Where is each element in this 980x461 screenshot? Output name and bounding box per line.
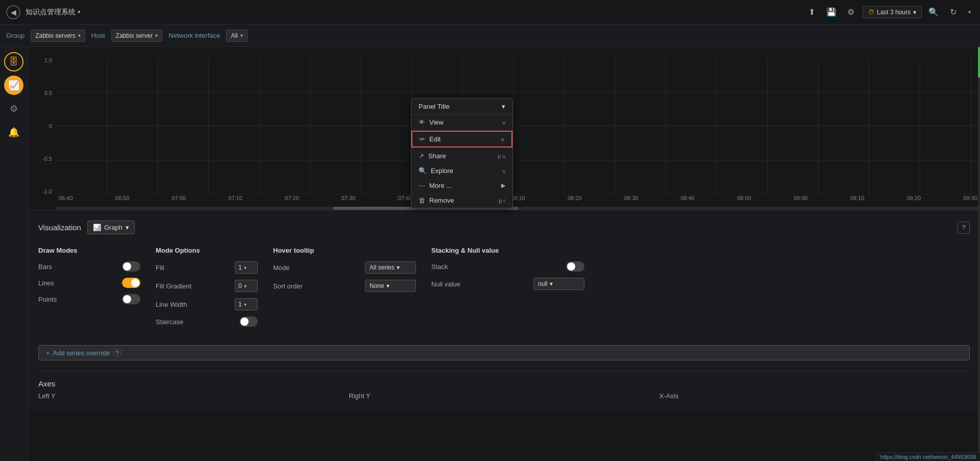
sidebar-database-icon[interactable]: 🗄	[4, 52, 23, 71]
back-button[interactable]: ◀	[6, 5, 20, 19]
context-menu: Panel Title ▾ 👁 View v ✏ Edit	[411, 98, 513, 208]
fill-row: Fill 1 ▾	[156, 261, 258, 274]
stack-toggle[interactable]	[566, 261, 584, 272]
points-toggle[interactable]	[122, 294, 140, 304]
explore-label: Explore	[431, 167, 453, 175]
y-axis: 1.0 0.5 0 -0.5 -1.0	[28, 57, 56, 195]
sidebar-settings-icon[interactable]: ⚙	[4, 99, 23, 118]
y-label-4: -0.5	[42, 156, 52, 162]
edit-icon: ✏	[420, 135, 425, 143]
fill-gradient-value: 0	[238, 282, 242, 289]
time-range-label: Last 3 hours	[877, 9, 911, 16]
time-range-button[interactable]: ⏱ Last 3 hours ▾	[863, 6, 922, 18]
fill-select[interactable]: 1 ▾	[235, 261, 258, 274]
sidebar-chart-icon[interactable]: 📈	[4, 76, 23, 95]
points-label: Points	[38, 296, 57, 303]
more-icon: ⋯	[419, 182, 425, 189]
mode-options-section: Mode Options Fill 1 ▾ Fill Gradient 0 ▾	[156, 247, 258, 333]
edit-label: Edit	[429, 135, 440, 143]
null-value-row: Null value null ▾	[431, 278, 584, 290]
group-arrow: ▾	[78, 33, 81, 38]
x-axis: 06:40 06:50 07:00 07:10 07:20 07:30 07:4…	[56, 190, 980, 206]
sort-order-label: Sort order	[273, 282, 303, 290]
stacking-title: Stacking & Null value	[431, 247, 584, 254]
left-sidebar: 🗄 📈 ⚙ 🔔	[0, 47, 28, 461]
hover-tooltip-title: Hover tooltip	[273, 247, 416, 254]
interface-label: Network interface	[168, 32, 220, 39]
add-series-button[interactable]: + Add series override ?	[38, 345, 970, 360]
x-label-0820: 08:10	[511, 195, 525, 201]
fill-gradient-arrow: ▾	[244, 283, 247, 289]
interface-value: All	[231, 32, 237, 39]
fill-arrow: ▾	[244, 265, 247, 271]
null-value-select[interactable]: null ▾	[533, 278, 584, 290]
bars-toggle[interactable]	[122, 261, 140, 272]
graph-label: Graph	[104, 224, 122, 231]
menu-item-share[interactable]: ↗ Share p s	[411, 149, 512, 163]
x-label-0740: 07:40	[398, 195, 412, 201]
x-label-0650: 06:50	[115, 195, 130, 201]
refresh-nav-button[interactable]: ↻	[945, 5, 961, 20]
viz-help-button[interactable]: ?	[958, 222, 970, 234]
line-width-select[interactable]: 1 ▾	[235, 298, 258, 310]
app-title-arrow[interactable]: ▾	[78, 9, 81, 15]
menu-item-explore[interactable]: 🔍 Explore x	[411, 163, 512, 178]
host-select[interactable]: Zabbix server ▾	[111, 30, 163, 42]
edit-panel: Visualization 📊 Graph ▾ ? Draw Modes Bar…	[28, 210, 980, 410]
fill-value: 1	[238, 264, 242, 271]
save-nav-button[interactable]: 💾	[824, 5, 839, 20]
lines-label: Lines	[38, 279, 54, 287]
viz-header: Visualization 📊 Graph ▾ ?	[38, 221, 970, 234]
remove-label: Remove	[429, 197, 454, 204]
fill-gradient-label: Fill Gradient	[156, 282, 191, 290]
search-nav-button[interactable]: 🔍	[926, 5, 941, 20]
menu-item-view[interactable]: 👁 View v	[411, 115, 512, 130]
staircase-toggle[interactable]	[239, 317, 258, 327]
edit-shortcut: e	[501, 136, 504, 142]
interface-select[interactable]: All ▾	[226, 30, 247, 42]
y-label-5: -1.0	[42, 188, 52, 195]
menu-item-edit[interactable]: ✏ Edit e	[411, 131, 512, 148]
menu-item-more[interactable]: ⋯ More ... ▶	[411, 178, 512, 193]
sort-order-value: None	[370, 282, 384, 289]
settings-nav-button[interactable]: ⚙	[843, 5, 859, 20]
sort-order-arrow: ▾	[386, 282, 389, 289]
points-row: Points	[38, 294, 140, 304]
url-bar: https://blog.csdn.net/weixin_44953658	[876, 452, 980, 461]
remove-shortcut: p r	[499, 198, 505, 204]
fill-gradient-select[interactable]: 0 ▾	[235, 280, 258, 292]
draw-modes-section: Draw Modes Bars Lines Points	[38, 247, 140, 333]
back-icon: ◀	[11, 8, 16, 16]
x-label-0730: 07:30	[341, 195, 356, 201]
share-nav-button[interactable]: ⬆	[804, 5, 820, 20]
host-label: Host	[91, 32, 105, 39]
x-label-0910: 09:00	[794, 195, 808, 201]
view-icon: 👁	[419, 118, 425, 126]
menu-item-remove[interactable]: 🗑 Remove p r	[411, 193, 512, 208]
time-range-arrow: ▾	[913, 9, 916, 16]
sort-order-select[interactable]: None ▾	[365, 280, 416, 292]
panel-title-arrow: ▾	[502, 103, 505, 110]
lines-toggle[interactable]	[122, 278, 140, 288]
tooltip-mode-select[interactable]: All series ▾	[365, 261, 416, 274]
group-select[interactable]: Zabbix servers ▾	[31, 30, 85, 42]
share-label: Share	[428, 152, 446, 160]
sidebar-bell-icon[interactable]: 🔔	[4, 123, 23, 142]
app-title: 知识点管理系统	[26, 8, 76, 17]
mode-options-title: Mode Options	[156, 247, 258, 254]
x-label-0900: 08:50	[737, 195, 751, 201]
add-series-help-icon[interactable]: ?	[113, 349, 121, 357]
chart-scrollbar-track[interactable]	[56, 207, 980, 210]
more-label: More ...	[429, 182, 452, 189]
viz-graph-select[interactable]: 📊 Graph ▾	[87, 221, 135, 234]
viz-title: Visualization	[38, 223, 81, 232]
left-y-label: Left Y	[38, 392, 349, 400]
graph-select-arrow: ▾	[126, 224, 129, 231]
top-nav-right: ⬆ 💾 ⚙ ⏱ Last 3 hours ▾ 🔍 ↻ ▾	[804, 5, 974, 20]
y-label-2: 0.5	[44, 90, 52, 96]
scroll-thumb[interactable]	[978, 47, 980, 78]
filter-bar: Group Zabbix servers ▾ Host Zabbix serve…	[0, 25, 980, 47]
scroll-indicator	[978, 47, 980, 461]
refresh-dropdown-button[interactable]: ▾	[965, 5, 974, 20]
x-label-0850: 08:40	[680, 195, 695, 201]
